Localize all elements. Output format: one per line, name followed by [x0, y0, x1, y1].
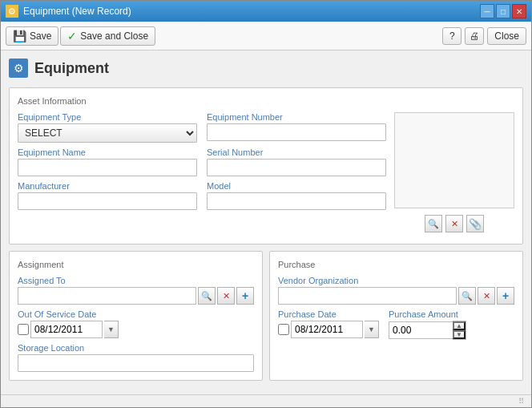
model-label: Model — [207, 181, 386, 191]
serial-number-input[interactable] — [207, 159, 386, 176]
equipment-number-label: Equipment Number — [207, 112, 386, 122]
model-field: Model — [207, 181, 386, 210]
purchase-bottom-row: Purchase Date ▼ Purchase Amount ▲ — [278, 309, 514, 340]
manufacturer-label: Manufacturer — [18, 181, 197, 191]
assigned-to-lookup: 🔍 ✕ + — [18, 287, 254, 305]
form-row-3: Manufacturer Model — [18, 181, 386, 210]
image-clear-button[interactable]: ✕ — [445, 215, 463, 232]
purchase-section-title: Purchase — [278, 260, 514, 269]
assignment-section-title: Assignment — [18, 260, 254, 269]
assignment-section: Assignment Assigned To 🔍 ✕ + Out Of Serv… — [9, 251, 263, 381]
image-upload-button[interactable]: 📎 — [466, 215, 484, 232]
purchase-amount-field: Purchase Amount ▲ ▼ — [389, 309, 466, 340]
assigned-to-add-button[interactable]: + — [236, 287, 254, 305]
purchase-date-label: Purchase Date — [278, 309, 379, 319]
close-label: Close — [494, 30, 519, 42]
content-area: ⚙ Equipment Asset Information Equipment … — [1, 50, 531, 394]
manufacturer-input[interactable] — [18, 192, 197, 210]
storage-location-label: Storage Location — [18, 343, 254, 353]
vendor-org-label: Vendor Organization — [278, 276, 514, 285]
page-icon: ⚙ — [9, 59, 28, 78]
purchase-date-input[interactable] — [291, 321, 363, 338]
equipment-number-input[interactable] — [207, 123, 386, 141]
out-of-service-calendar-button[interactable]: ▼ — [104, 321, 119, 338]
form-row-2: Equipment Name Serial Number — [18, 147, 386, 176]
serial-number-field: Serial Number — [207, 147, 386, 176]
asset-section-title: Asset Information — [18, 96, 514, 106]
title-bar-buttons: ─ □ ✕ — [480, 4, 526, 18]
asset-image-area: 🔍 ✕ 📎 — [394, 112, 514, 236]
purchase-amount-spinner: ▲ ▼ — [453, 321, 466, 340]
save-button[interactable]: 💾 Save — [6, 26, 58, 46]
purchase-amount-label: Purchase Amount — [389, 309, 466, 319]
assigned-to-label: Assigned To — [18, 276, 254, 285]
image-actions: 🔍 ✕ 📎 — [394, 212, 514, 236]
status-bar: ⠿ — [1, 394, 531, 407]
equipment-type-label: Equipment Type — [18, 112, 197, 122]
purchase-date-checkbox[interactable] — [278, 324, 289, 335]
asset-section-body: Equipment Type SELECT Computer Monitor P… — [18, 112, 514, 236]
purchase-date-field: Purchase Date ▼ — [278, 309, 379, 340]
page-title: Equipment — [34, 60, 109, 77]
assigned-to-clear-button[interactable]: ✕ — [217, 287, 235, 305]
out-of-service-label: Out Of Service Date — [18, 309, 254, 319]
model-input[interactable] — [207, 192, 386, 210]
assigned-to-input[interactable] — [18, 287, 196, 305]
resize-grip: ⠿ — [518, 397, 528, 406]
out-of-service-field: Out Of Service Date ▼ — [18, 309, 254, 338]
toolbar-close-button[interactable]: Close — [487, 27, 526, 45]
equipment-name-label: Equipment Name — [18, 147, 197, 157]
maximize-button[interactable]: □ — [496, 4, 510, 18]
print-icon: 🖨 — [470, 30, 479, 42]
purchase-date-container: ▼ — [278, 321, 379, 338]
out-of-service-checkbox[interactable] — [18, 324, 29, 335]
equipment-type-select[interactable]: SELECT Computer Monitor Printer Server P… — [18, 123, 197, 143]
serial-number-label: Serial Number — [207, 147, 386, 157]
page-header: ⚙ Equipment — [9, 59, 523, 78]
save-label: Save — [30, 30, 51, 42]
asset-section: Asset Information Equipment Type SELECT … — [9, 87, 523, 244]
purchase-amount-input[interactable] — [389, 321, 453, 339]
vendor-org-search-button[interactable]: 🔍 — [458, 287, 476, 305]
window-title: Equipment (New Record) — [23, 6, 475, 17]
toolbar-right-buttons: ? 🖨 Close — [442, 27, 526, 45]
storage-location-field: Storage Location — [18, 343, 254, 372]
toolbar: 💾 Save ✓ Save and Close ? 🖨 Close — [1, 22, 531, 50]
amount-increment-button[interactable]: ▲ — [453, 321, 466, 330]
assigned-to-field: Assigned To 🔍 ✕ + — [18, 276, 254, 305]
equipment-number-field: Equipment Number — [207, 112, 386, 143]
image-search-button[interactable]: 🔍 — [425, 215, 442, 232]
minimize-button[interactable]: ─ — [480, 4, 494, 18]
print-button[interactable]: 🖨 — [465, 27, 484, 45]
purchase-section: Purchase Vendor Organization 🔍 ✕ + Purch… — [269, 251, 523, 381]
save-close-label: Save and Close — [80, 30, 148, 42]
purchase-amount-container: ▲ ▼ — [389, 321, 466, 340]
save-close-button[interactable]: ✓ Save and Close — [60, 26, 155, 46]
save-close-icon: ✓ — [67, 30, 77, 42]
equipment-type-field: Equipment Type SELECT Computer Monitor P… — [18, 112, 197, 143]
purchase-date-calendar-button[interactable]: ▼ — [365, 321, 379, 338]
vendor-org-field: Vendor Organization 🔍 ✕ + — [278, 276, 514, 305]
form-row-1: Equipment Type SELECT Computer Monitor P… — [18, 112, 386, 143]
amount-decrement-button[interactable]: ▼ — [453, 330, 466, 339]
vendor-org-input[interactable] — [278, 287, 457, 305]
assigned-to-search-button[interactable]: 🔍 — [198, 287, 216, 305]
bottom-sections: Assignment Assigned To 🔍 ✕ + Out Of Serv… — [9, 251, 523, 381]
title-bar: ⚙ Equipment (New Record) ─ □ ✕ — [1, 1, 531, 22]
main-window: ⚙ Equipment (New Record) ─ □ ✕ 💾 Save ✓ … — [0, 0, 532, 408]
window-close-button[interactable]: ✕ — [512, 4, 526, 18]
manufacturer-field: Manufacturer — [18, 181, 197, 210]
equipment-name-input[interactable] — [18, 159, 197, 176]
storage-location-input[interactable] — [18, 354, 254, 372]
out-of-service-date-field: ▼ — [18, 321, 254, 338]
equipment-name-field: Equipment Name — [18, 147, 197, 176]
window-icon: ⚙ — [6, 5, 18, 18]
vendor-org-clear-button[interactable]: ✕ — [478, 287, 495, 305]
asset-left-fields: Equipment Type SELECT Computer Monitor P… — [18, 112, 386, 236]
vendor-org-add-button[interactable]: + — [497, 287, 514, 305]
image-placeholder — [394, 112, 514, 208]
out-of-service-date-input[interactable] — [30, 321, 103, 338]
vendor-org-lookup: 🔍 ✕ + — [278, 287, 514, 305]
help-button[interactable]: ? — [442, 27, 461, 45]
save-icon: 💾 — [13, 30, 26, 42]
